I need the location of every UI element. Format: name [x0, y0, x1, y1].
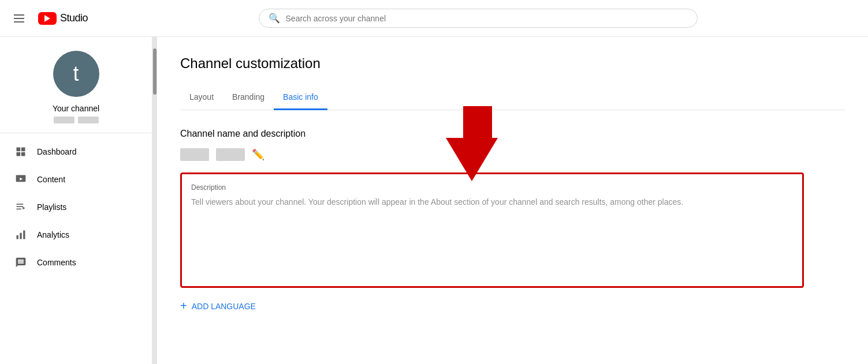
- scroll-thumb: [153, 48, 157, 95]
- plus-icon: +: [180, 299, 187, 313]
- name-block-2: [216, 148, 245, 161]
- section-title: Channel name and description: [180, 129, 845, 139]
- studio-label: Studio: [60, 12, 88, 24]
- content-icon: [14, 172, 28, 186]
- tab-layout[interactable]: Layout: [180, 85, 223, 110]
- search-bar[interactable]: 🔍: [259, 9, 698, 28]
- handle-placeholder-2: [78, 117, 99, 123]
- page-title: Channel customization: [180, 55, 845, 72]
- channel-name-label: Your channel: [53, 104, 99, 113]
- youtube-logo-icon: [38, 12, 57, 25]
- sidebar-item-comments[interactable]: Comments: [0, 249, 152, 276]
- description-label: Description: [191, 183, 793, 192]
- nav-items: Dashboard Content Playlists: [0, 133, 152, 281]
- main-content: Channel customization Layout Branding Ba…: [157, 37, 868, 364]
- description-container[interactable]: Description Tell viewers about your chan…: [180, 172, 804, 288]
- sidebar-item-playlists[interactable]: Playlists: [0, 193, 152, 221]
- tab-branding[interactable]: Branding: [223, 85, 274, 110]
- red-arrow-indicator: [457, 106, 498, 181]
- avatar: t: [53, 51, 99, 97]
- sidebar-item-content[interactable]: Content: [0, 166, 152, 193]
- svg-rect-0: [17, 148, 21, 152]
- svg-rect-6: [17, 204, 24, 205]
- sidebar-item-dashboard[interactable]: Dashboard: [0, 138, 152, 166]
- svg-rect-12: [23, 231, 25, 239]
- description-placeholder: Tell viewers about your channel. Your de…: [191, 196, 793, 208]
- header-left: Studio: [9, 10, 88, 27]
- analytics-label: Analytics: [37, 230, 69, 239]
- dashboard-label: Dashboard: [37, 147, 77, 156]
- svg-rect-10: [17, 235, 18, 239]
- svg-rect-3: [21, 152, 25, 156]
- svg-marker-9: [23, 207, 25, 209]
- svg-rect-8: [17, 209, 21, 210]
- handle-placeholder-1: [54, 117, 74, 123]
- content-label: Content: [37, 175, 65, 184]
- sidebar-item-analytics[interactable]: Analytics: [0, 221, 152, 249]
- channel-profile: t Your channel: [0, 37, 152, 133]
- name-block-1: [180, 148, 209, 161]
- svg-rect-2: [17, 152, 21, 156]
- header: Studio 🔍: [0, 0, 868, 37]
- edit-icon[interactable]: ✏️: [252, 148, 265, 161]
- search-input[interactable]: [286, 14, 688, 23]
- sidebar: t Your channel Dashboard Content: [0, 37, 152, 364]
- channel-name-row: ✏️: [180, 148, 845, 161]
- playlists-label: Playlists: [37, 202, 66, 212]
- analytics-icon: [14, 228, 28, 242]
- comments-icon: [14, 256, 28, 269]
- add-language-button[interactable]: + ADD LANGUAGE: [180, 299, 845, 313]
- menu-button[interactable]: [9, 10, 29, 27]
- add-language-label: ADD LANGUAGE: [192, 302, 256, 311]
- svg-rect-11: [20, 233, 21, 239]
- logo[interactable]: Studio: [38, 12, 88, 25]
- comments-label: Comments: [37, 258, 76, 267]
- tab-basic-info[interactable]: Basic info: [274, 85, 327, 110]
- arrow-wrapper: Description Tell viewers about your chan…: [180, 172, 845, 288]
- svg-rect-1: [21, 148, 25, 152]
- dashboard-icon: [14, 145, 28, 159]
- search-icon: 🔍: [269, 13, 280, 24]
- tabs: Layout Branding Basic info: [180, 85, 845, 110]
- body: t Your channel Dashboard Content: [0, 37, 868, 364]
- channel-name-section: Channel name and description ✏️ Descript…: [180, 129, 845, 313]
- channel-handle: [54, 117, 99, 123]
- sidebar-scrollbar[interactable]: [152, 37, 157, 364]
- svg-rect-7: [17, 206, 24, 207]
- playlists-icon: [14, 200, 28, 214]
